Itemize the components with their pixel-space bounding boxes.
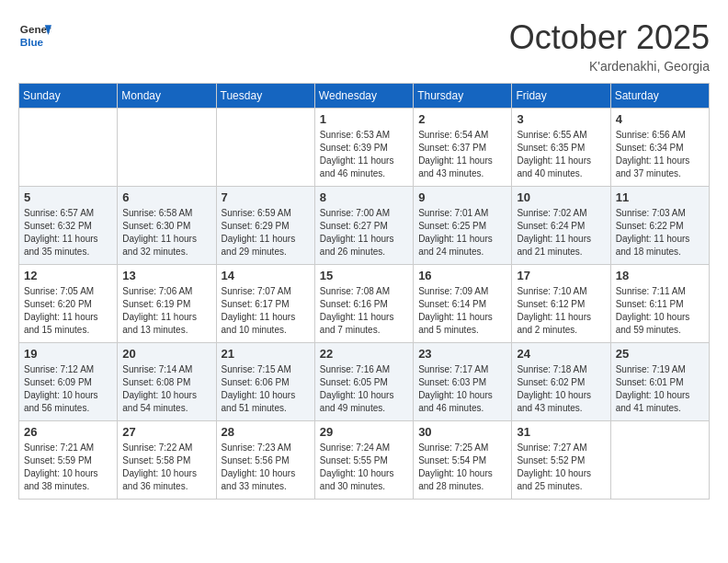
- day-info: Sunrise: 6:59 AM Sunset: 6:29 PM Dayligh…: [222, 207, 310, 259]
- calendar-cell: 26Sunrise: 7:21 AM Sunset: 5:59 PM Dayli…: [19, 421, 118, 500]
- day-number: 17: [517, 269, 605, 282]
- calendar-cell: 25Sunrise: 7:19 AM Sunset: 6:01 PM Dayli…: [610, 343, 709, 421]
- day-number: 6: [122, 190, 210, 204]
- day-info: Sunrise: 7:24 AM Sunset: 5:55 PM Dayligh…: [320, 442, 408, 493]
- calendar-cell: 19Sunrise: 7:12 AM Sunset: 6:09 PM Dayli…: [19, 343, 118, 421]
- month-title: October 2025: [509, 18, 710, 57]
- calendar-col-wednesday: Wednesday: [314, 84, 413, 109]
- day-number: 31: [517, 425, 605, 439]
- calendar-cell: 31Sunrise: 7:27 AM Sunset: 5:52 PM Dayli…: [512, 421, 610, 500]
- calendar-cell: 23Sunrise: 7:17 AM Sunset: 6:03 PM Dayli…: [414, 343, 512, 421]
- calendar-cell: 27Sunrise: 7:22 AM Sunset: 5:58 PM Dayli…: [118, 421, 216, 500]
- calendar-cell: 10Sunrise: 7:02 AM Sunset: 6:24 PM Dayli…: [512, 187, 610, 265]
- calendar-col-tuesday: Tuesday: [216, 84, 314, 109]
- day-number: 19: [24, 347, 112, 361]
- page-header: General Blue October 2025 K'ardenakhi, G…: [18, 18, 710, 74]
- calendar-cell: 22Sunrise: 7:16 AM Sunset: 6:05 PM Dayli…: [314, 343, 413, 421]
- day-info: Sunrise: 7:16 AM Sunset: 6:05 PM Dayligh…: [320, 363, 408, 415]
- day-info: Sunrise: 7:03 AM Sunset: 6:22 PM Dayligh…: [616, 207, 704, 259]
- day-number: 30: [418, 425, 506, 439]
- svg-text:Blue: Blue: [20, 36, 44, 48]
- calendar-cell: 20Sunrise: 7:14 AM Sunset: 6:08 PM Dayli…: [118, 343, 216, 421]
- day-info: Sunrise: 7:15 AM Sunset: 6:06 PM Dayligh…: [222, 363, 310, 415]
- calendar-cell: 24Sunrise: 7:18 AM Sunset: 6:02 PM Dayli…: [512, 343, 610, 421]
- calendar-cell: 28Sunrise: 7:23 AM Sunset: 5:56 PM Dayli…: [216, 421, 314, 500]
- location: K'ardenakhi, Georgia: [509, 59, 710, 74]
- calendar-cell: 15Sunrise: 7:08 AM Sunset: 6:16 PM Dayli…: [314, 265, 413, 343]
- calendar-cell: 14Sunrise: 7:07 AM Sunset: 6:17 PM Dayli…: [216, 265, 314, 343]
- calendar-cell: 13Sunrise: 7:06 AM Sunset: 6:19 PM Dayli…: [118, 265, 216, 343]
- day-info: Sunrise: 7:00 AM Sunset: 6:27 PM Dayligh…: [320, 207, 408, 259]
- day-info: Sunrise: 6:55 AM Sunset: 6:35 PM Dayligh…: [517, 129, 605, 180]
- day-info: Sunrise: 7:21 AM Sunset: 5:59 PM Dayligh…: [24, 442, 112, 493]
- calendar-cell: 18Sunrise: 7:11 AM Sunset: 6:11 PM Dayli…: [610, 265, 709, 343]
- logo: General Blue: [18, 18, 51, 52]
- day-number: 22: [320, 347, 408, 361]
- calendar-week-1: 1Sunrise: 6:53 AM Sunset: 6:39 PM Daylig…: [19, 109, 710, 187]
- calendar-cell: 8Sunrise: 7:00 AM Sunset: 6:27 PM Daylig…: [314, 187, 413, 265]
- calendar-col-sunday: Sunday: [19, 84, 118, 109]
- day-info: Sunrise: 7:17 AM Sunset: 6:03 PM Dayligh…: [418, 363, 506, 415]
- day-info: Sunrise: 7:23 AM Sunset: 5:56 PM Dayligh…: [222, 442, 310, 493]
- calendar-cell: 11Sunrise: 7:03 AM Sunset: 6:22 PM Dayli…: [610, 187, 709, 265]
- day-number: 18: [616, 269, 704, 282]
- day-info: Sunrise: 6:53 AM Sunset: 6:39 PM Dayligh…: [320, 129, 408, 180]
- calendar-cell: 29Sunrise: 7:24 AM Sunset: 5:55 PM Dayli…: [314, 421, 413, 500]
- day-number: 12: [24, 269, 112, 282]
- day-info: Sunrise: 7:11 AM Sunset: 6:11 PM Dayligh…: [616, 285, 704, 337]
- day-number: 8: [320, 190, 408, 204]
- day-info: Sunrise: 7:19 AM Sunset: 6:01 PM Dayligh…: [616, 363, 704, 415]
- calendar-cell: 4Sunrise: 6:56 AM Sunset: 6:34 PM Daylig…: [610, 109, 709, 187]
- calendar-cell: 7Sunrise: 6:59 AM Sunset: 6:29 PM Daylig…: [216, 187, 314, 265]
- calendar-cell: 3Sunrise: 6:55 AM Sunset: 6:35 PM Daylig…: [512, 109, 610, 187]
- calendar-cell: [216, 109, 314, 187]
- day-number: 14: [222, 269, 310, 282]
- day-info: Sunrise: 6:54 AM Sunset: 6:37 PM Dayligh…: [418, 129, 506, 180]
- calendar-week-3: 12Sunrise: 7:05 AM Sunset: 6:20 PM Dayli…: [19, 265, 710, 343]
- day-number: 2: [418, 112, 506, 126]
- day-info: Sunrise: 7:06 AM Sunset: 6:19 PM Dayligh…: [122, 285, 210, 337]
- calendar-week-5: 26Sunrise: 7:21 AM Sunset: 5:59 PM Dayli…: [19, 421, 710, 500]
- day-number: 16: [418, 269, 506, 282]
- calendar-week-2: 5Sunrise: 6:57 AM Sunset: 6:32 PM Daylig…: [19, 187, 710, 265]
- calendar-header-row: SundayMondayTuesdayWednesdayThursdayFrid…: [19, 84, 710, 109]
- calendar-col-monday: Monday: [118, 84, 216, 109]
- calendar-table: SundayMondayTuesdayWednesdayThursdayFrid…: [18, 83, 710, 500]
- day-number: 4: [616, 112, 704, 126]
- day-number: 7: [222, 190, 310, 204]
- day-number: 10: [517, 190, 605, 204]
- calendar-cell: 21Sunrise: 7:15 AM Sunset: 6:06 PM Dayli…: [216, 343, 314, 421]
- calendar-cell: [610, 421, 709, 500]
- day-number: 5: [24, 190, 112, 204]
- day-number: 11: [616, 190, 704, 204]
- day-info: Sunrise: 6:57 AM Sunset: 6:32 PM Dayligh…: [24, 207, 112, 259]
- day-info: Sunrise: 7:02 AM Sunset: 6:24 PM Dayligh…: [517, 207, 605, 259]
- day-number: 20: [122, 347, 210, 361]
- day-info: Sunrise: 7:12 AM Sunset: 6:09 PM Dayligh…: [24, 363, 112, 415]
- day-info: Sunrise: 7:18 AM Sunset: 6:02 PM Dayligh…: [517, 363, 605, 415]
- calendar-cell: 2Sunrise: 6:54 AM Sunset: 6:37 PM Daylig…: [414, 109, 512, 187]
- calendar-week-4: 19Sunrise: 7:12 AM Sunset: 6:09 PM Dayli…: [19, 343, 710, 421]
- title-block: October 2025 K'ardenakhi, Georgia: [509, 18, 710, 74]
- day-info: Sunrise: 7:27 AM Sunset: 5:52 PM Dayligh…: [517, 442, 605, 493]
- day-number: 25: [616, 347, 704, 361]
- day-number: 13: [122, 269, 210, 282]
- day-number: 29: [320, 425, 408, 439]
- day-number: 27: [122, 425, 210, 439]
- day-number: 24: [517, 347, 605, 361]
- day-info: Sunrise: 7:05 AM Sunset: 6:20 PM Dayligh…: [24, 285, 112, 337]
- calendar-cell: 1Sunrise: 6:53 AM Sunset: 6:39 PM Daylig…: [314, 109, 413, 187]
- day-info: Sunrise: 7:08 AM Sunset: 6:16 PM Dayligh…: [320, 285, 408, 337]
- day-info: Sunrise: 7:22 AM Sunset: 5:58 PM Dayligh…: [122, 442, 210, 493]
- calendar-cell: 30Sunrise: 7:25 AM Sunset: 5:54 PM Dayli…: [414, 421, 512, 500]
- calendar-col-saturday: Saturday: [610, 84, 709, 109]
- day-number: 3: [517, 112, 605, 126]
- day-info: Sunrise: 6:58 AM Sunset: 6:30 PM Dayligh…: [122, 207, 210, 259]
- day-info: Sunrise: 7:01 AM Sunset: 6:25 PM Dayligh…: [418, 207, 506, 259]
- day-number: 1: [320, 112, 408, 126]
- day-number: 23: [418, 347, 506, 361]
- calendar-cell: 12Sunrise: 7:05 AM Sunset: 6:20 PM Dayli…: [19, 265, 118, 343]
- calendar-cell: 5Sunrise: 6:57 AM Sunset: 6:32 PM Daylig…: [19, 187, 118, 265]
- calendar-cell: 17Sunrise: 7:10 AM Sunset: 6:12 PM Dayli…: [512, 265, 610, 343]
- day-info: Sunrise: 7:09 AM Sunset: 6:14 PM Dayligh…: [418, 285, 506, 337]
